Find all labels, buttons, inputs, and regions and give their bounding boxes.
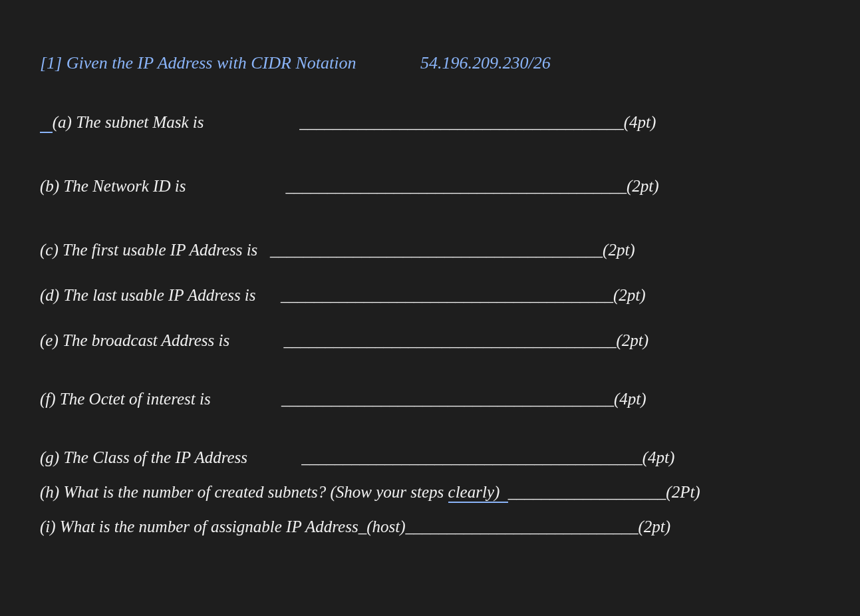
q-a-lead xyxy=(40,113,53,133)
q-h-points: (2Pt) xyxy=(666,483,700,502)
question-f: (f) The Octet of interest is ___________… xyxy=(40,390,820,408)
q-b-points: (2pt) xyxy=(627,177,659,196)
q-c-blank: ________________________________________ xyxy=(270,241,603,259)
q-a-points: (4pt) xyxy=(624,113,656,132)
q-c-points: (2pt) xyxy=(603,241,635,259)
q-d-blank: ________________________________________ xyxy=(281,286,613,305)
q-f-points: (4pt) xyxy=(614,390,646,408)
q-h-underlined: clearly) xyxy=(448,483,500,503)
q-i-blank: ____________________________ xyxy=(406,518,639,536)
q-i-label: (i) What is the number of assignable IP … xyxy=(40,518,406,536)
question-i: (i) What is the number of assignable IP … xyxy=(40,518,820,536)
q-d-points: (2pt) xyxy=(613,286,646,305)
q-i-points: (2pt) xyxy=(639,518,671,536)
q-b-blank: ________________________________________… xyxy=(285,177,627,196)
q-g-points: (4pt) xyxy=(643,448,675,467)
title-ip: 54.196.209.230/26 xyxy=(420,53,551,73)
document-page: [1] Given the IP Address with CIDR Notat… xyxy=(0,0,860,592)
q-e-label: (e) The broadcast Address is xyxy=(40,331,283,350)
q-c-label: (c) The first usable IP Address is xyxy=(40,241,270,259)
q-b-label: (b) The Network ID is xyxy=(40,177,285,196)
question-c: (c) The first usable IP Address is _____… xyxy=(40,241,820,259)
title-prefix: [1] Given the IP Address with CIDR Notat… xyxy=(40,53,356,73)
q-f-blank: ________________________________________ xyxy=(281,390,614,408)
q-e-points: (2pt) xyxy=(616,331,648,350)
question-e: (e) The broadcast Address is ___________… xyxy=(40,331,820,350)
q-g-label: (g) The Class of the IP Address xyxy=(40,448,301,467)
q-i-mid: _(host) xyxy=(358,518,406,536)
q-e-blank: ________________________________________ xyxy=(283,331,616,350)
q-f-label: (f) The Octet of interest is xyxy=(40,390,281,408)
q-h-blank: ___________________ xyxy=(508,483,666,502)
question-g: (g) The Class of the IP Address ________… xyxy=(40,448,820,467)
q-a-blank: _______________________________________ xyxy=(299,113,624,132)
question-b: (b) The Network ID is __________________… xyxy=(40,177,820,196)
question-d: (d) The last usable IP Address is ______… xyxy=(40,286,820,305)
question-h: (h) What is the number of created subnet… xyxy=(40,483,820,502)
q-a-label: (a) The subnet Mask is xyxy=(40,113,299,132)
question-a: (a) The subnet Mask is _________________… xyxy=(40,113,820,132)
q-h-label: (h) What is the number of created subnet… xyxy=(40,483,508,502)
question-title: [1] Given the IP Address with CIDR Notat… xyxy=(40,53,820,73)
q-g-blank: ________________________________________… xyxy=(301,448,643,467)
q-d-label: (d) The last usable IP Address is xyxy=(40,286,281,305)
